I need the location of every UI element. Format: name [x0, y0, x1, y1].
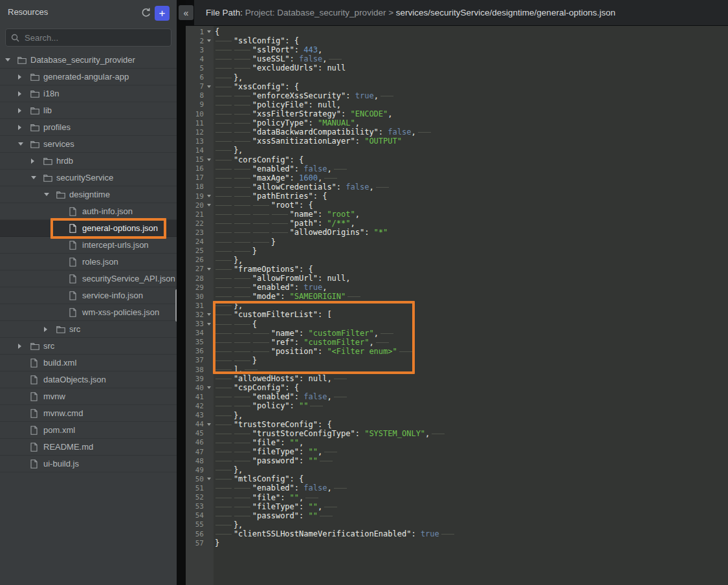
tree-item-roles-json[interactable]: roles.json	[0, 254, 177, 270]
tree-item-mvnw-cmd[interactable]: mvnw.cmd	[0, 405, 177, 422]
code-line[interactable]: },	[214, 256, 728, 265]
chevron-right-icon[interactable]	[31, 159, 34, 164]
tree-item-src[interactable]: src	[0, 321, 177, 338]
tree-item-database-security-provider[interactable]: Database_security_provider	[0, 52, 177, 69]
code-line[interactable]: "sslPort": 443,	[214, 45, 728, 54]
code-line[interactable]: "dataBackwardCompatibility": false,	[214, 127, 728, 137]
tree-item-services[interactable]: services	[0, 136, 177, 153]
code-line[interactable]: "policy": ""	[214, 401, 728, 410]
collapse-panel-button[interactable]: «	[179, 5, 193, 20]
tree-item-securityservice-api-json[interactable]: securityService_API.json	[0, 270, 177, 287]
code-line[interactable]: "trustStoreConfig": {	[214, 420, 728, 429]
code-line[interactable]: "customFilterList": [	[214, 310, 728, 319]
code-line[interactable]: "xssSanitizationLayer": "OUTPUT"	[214, 137, 728, 146]
code-line[interactable]: "fileType": "",	[214, 447, 728, 456]
code-line[interactable]: "corsConfig": {	[214, 155, 728, 164]
code-line[interactable]: "ref": "customFilter",	[214, 338, 728, 347]
tree-item-ui-build-js[interactable]: ui-build.js	[0, 456, 177, 472]
tree-item-securityservice[interactable]: securityService	[0, 170, 177, 186]
code-line[interactable]: "name": "root",	[214, 210, 728, 219]
chevron-right-icon[interactable]	[18, 344, 21, 349]
code-line[interactable]: }	[214, 356, 728, 365]
fold-arrow-icon[interactable]	[207, 195, 211, 197]
chevron-down-icon[interactable]	[31, 176, 36, 179]
tree-item-pom-xml[interactable]: pom.xml	[0, 422, 177, 439]
code-line[interactable]: "maxAge": 1600,	[214, 173, 728, 182]
code-line[interactable]: {	[214, 320, 728, 329]
tree-item-service-info-json[interactable]: service-info.json	[0, 287, 177, 304]
code-line[interactable]: "enabled": false,	[214, 164, 728, 173]
tree-item-designtime[interactable]: designtime	[0, 186, 177, 203]
code-line[interactable]: "allowCredentials": false,	[214, 182, 728, 192]
code-line[interactable]: {	[214, 27, 728, 36]
search-input[interactable]	[23, 32, 171, 43]
chevron-down-icon[interactable]	[44, 193, 49, 196]
code-line[interactable]: },	[214, 520, 728, 529]
code-line[interactable]: "xssConfig": {	[214, 82, 728, 91]
code-line[interactable]: }	[214, 538, 728, 547]
code-line[interactable]: "root": {	[214, 201, 728, 210]
tree-item-generated-angular-app[interactable]: generated-angular-app	[0, 69, 177, 85]
code-line[interactable]: "name": "customFilter",	[214, 329, 728, 338]
code-line[interactable]: },	[214, 411, 728, 420]
code-line[interactable]: "enabled": false,	[214, 392, 728, 401]
code-line[interactable]: "cspConfig": {	[214, 383, 728, 392]
fold-arrow-icon[interactable]	[207, 159, 211, 161]
code-line[interactable]: },	[214, 465, 728, 474]
fold-arrow-icon[interactable]	[207, 323, 211, 326]
tree-item-i18n[interactable]: i18n	[0, 85, 177, 102]
code-line[interactable]: "position": "<Filter enum>"	[214, 347, 728, 356]
code-line[interactable]: "mode": "SAMEORIGIN"	[214, 292, 728, 301]
tree-item-profiles[interactable]: profiles	[0, 119, 177, 136]
code-line[interactable]: "policyType": "MANUAL",	[214, 118, 728, 127]
code-line[interactable]: },	[214, 301, 728, 310]
tree-item-hrdb[interactable]: hrdb	[0, 153, 177, 170]
code-line[interactable]: },	[214, 146, 728, 155]
code-line[interactable]: "allowedOrigins": "*"	[214, 228, 728, 237]
code-line[interactable]: "enabled": false,	[214, 483, 728, 492]
fold-arrow-icon[interactable]	[207, 313, 211, 316]
chevron-down-icon[interactable]	[5, 58, 10, 61]
code-line[interactable]: "sslConfig": {	[214, 36, 728, 45]
tree-item-src[interactable]: src	[0, 338, 177, 355]
code-line[interactable]: "password": ""	[214, 456, 728, 465]
chevron-right-icon[interactable]	[18, 74, 21, 80]
tree-item-intercept-urls-json[interactable]: intercept-urls.json	[0, 237, 177, 254]
chevron-down-icon[interactable]	[18, 142, 23, 146]
fold-arrow-icon[interactable]	[207, 85, 211, 88]
code-editor[interactable]: {"sslConfig": {"sslPort": 443,"useSSL": …	[214, 26, 728, 585]
code-line[interactable]: "path": "/**",	[214, 219, 728, 228]
tree-item-lib[interactable]: lib	[0, 102, 177, 119]
code-line[interactable]: "password": ""	[214, 511, 728, 520]
tree-item-wm-xss-policies-json[interactable]: wm-xss-policies.json	[0, 304, 177, 321]
code-line[interactable]: "useSSL": false,	[214, 54, 728, 63]
tree-item-build-xml[interactable]: build.xml	[0, 355, 177, 371]
code-line[interactable]: }	[214, 247, 728, 256]
code-line[interactable]: "enabled": true,	[214, 283, 728, 292]
fold-arrow-icon[interactable]	[207, 268, 211, 270]
code-line[interactable]: ],	[214, 365, 728, 374]
fold-arrow-icon[interactable]	[207, 204, 211, 206]
chevron-right-icon[interactable]	[18, 91, 21, 96]
chevron-right-icon[interactable]	[44, 327, 47, 332]
code-line[interactable]: "file": "",	[214, 438, 728, 447]
code-line[interactable]: "fileType": "",	[214, 502, 728, 511]
code-line[interactable]: "xssFilterStrategy": "ENCODE",	[214, 109, 728, 118]
refresh-button[interactable]	[140, 6, 153, 19]
search-box[interactable]	[5, 28, 171, 47]
code-line[interactable]: "trustStoreConfigType": "SYSTEM_ONLY",	[214, 429, 728, 438]
fold-arrow-icon[interactable]	[207, 478, 211, 480]
fold-arrow-icon[interactable]	[207, 423, 211, 426]
fold-arrow-icon[interactable]	[207, 39, 211, 42]
chevron-right-icon[interactable]	[18, 108, 21, 113]
fold-arrow-icon[interactable]	[207, 30, 211, 33]
code-line[interactable]: "clientSSLHostNameVerificationEnabled": …	[214, 529, 728, 538]
code-line[interactable]: "excludedUrls": null	[214, 63, 728, 72]
code-line[interactable]: "frameOptions": {	[214, 265, 728, 274]
tree-item-auth-info-json[interactable]: auth-info.json	[0, 203, 177, 220]
code-line[interactable]: "allowFromUrl": null,	[214, 274, 728, 283]
code-line[interactable]: "policyFile": null,	[214, 100, 728, 109]
tree-item-mvnw[interactable]: mvnw	[0, 388, 177, 405]
code-line[interactable]: "allowedHosts": null,	[214, 374, 728, 383]
code-line[interactable]: "enforceXssSecurity": true,	[214, 91, 728, 100]
